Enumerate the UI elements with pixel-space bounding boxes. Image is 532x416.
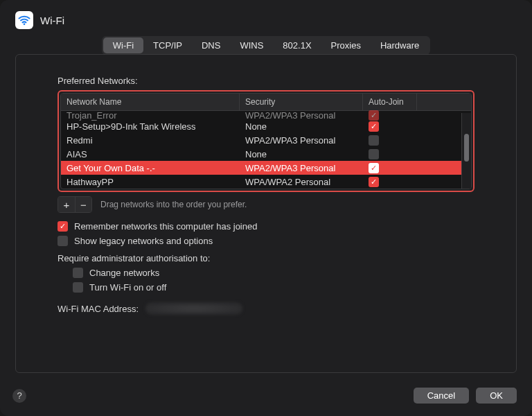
cell-auto-join: ✓ [363,110,417,121]
cell-auto-join [363,149,417,159]
table-body: Trojan_ErrorWPA2/WPA3 Personal✓HP-Setup>… [61,111,471,189]
ok-button[interactable]: OK [476,388,517,404]
col-network-name[interactable]: Network Name [61,94,240,110]
preferred-networks-table[interactable]: Network Name Security Auto-Join Trojan_E… [60,93,472,189]
wifi-advanced-window: Wi-Fi Wi-Fi TCP/IP DNS WINS 802.1X Proxi… [0,0,532,416]
reorder-hint: Drag networks into the order you prefer. [100,200,247,209]
remove-network-button[interactable]: − [75,197,91,212]
scrollbar[interactable] [461,113,471,189]
remember-row: ✓ Remember networks this computer has jo… [57,221,475,232]
auto-join-checkbox[interactable] [369,135,379,146]
tab-proxies[interactable]: Proxies [321,37,371,53]
preferred-networks-label: Preferred Networks: [57,76,475,86]
table-row[interactable]: HP-Setup>9D-Ink Tank WirelessNone✓ [61,119,471,133]
col-security[interactable]: Security [240,94,363,110]
panel: Preferred Networks: Network Name Securit… [15,54,517,373]
wifi-toggle-label: Turn Wi-Fi on or off [89,282,166,293]
table-row[interactable]: Get Your Own Data -.-WPA2/WPA3 Personal✓ [61,161,471,175]
auto-join-checkbox[interactable]: ✓ [369,121,379,132]
cancel-button[interactable]: Cancel [414,388,469,404]
mac-address-value-redacted [145,302,242,315]
remember-label: Remember networks this computer has join… [74,221,257,232]
scroll-thumb[interactable] [464,134,469,162]
window-title: Wi-Fi [40,15,64,26]
cell-auto-join: ✓ [363,177,417,187]
require-admin-label: Require administrator authorisation to: [57,253,210,263]
cell-security: None [240,149,363,159]
tabs-row: Wi-Fi TCP/IP DNS WINS 802.1X Proxies Har… [0,33,532,55]
cell-network-name: Get Your Own Data -.- [61,163,240,173]
tab-wins[interactable]: WINS [230,37,273,53]
cell-security: None [240,121,363,132]
table-row[interactable]: Trojan_ErrorWPA2/WPA3 Personal✓ [61,111,471,119]
change-row: Change networks [73,268,475,278]
cell-network-name: Redmi [61,135,240,146]
add-remove-buttons: + − [57,196,92,213]
cell-security: WPA2/WPA3 Personal [240,110,363,121]
auto-join-checkbox[interactable]: ✓ [369,163,379,173]
cell-network-name: HP-Setup>9D-Ink Tank Wireless [61,121,240,132]
cell-network-name: HathwayPP [61,177,240,187]
table-highlight: Network Name Security Auto-Join Trojan_E… [57,90,475,192]
table-row[interactable]: AIASNone [61,147,471,161]
legacy-label: Show legacy networks and options [74,236,213,246]
cell-security: WPA2/WPA3 Personal [240,163,363,173]
col-auto-join[interactable]: Auto-Join [363,94,417,110]
remember-checkbox[interactable]: ✓ [57,221,68,232]
auto-join-checkbox[interactable]: ✓ [369,110,379,121]
auto-join-checkbox[interactable]: ✓ [369,177,379,187]
tabbar: Wi-Fi TCP/IP DNS WINS 802.1X Proxies Har… [102,36,431,55]
footer: ? Cancel OK [0,378,532,416]
tab-dns[interactable]: DNS [192,37,230,53]
cell-security: WPA2/WPA3 Personal [240,135,363,146]
mac-address-label: Wi-Fi MAC Address: [57,304,139,314]
wifi-toggle-checkbox[interactable] [73,282,83,293]
cell-security: WPA/WPA2 Personal [240,177,363,187]
table-row[interactable]: RedmiWPA2/WPA3 Personal [61,133,471,147]
svg-point-0 [24,24,26,26]
require-label-row: Require administrator authorisation to: [57,253,475,263]
titlebar: Wi-Fi [0,0,532,33]
help-button[interactable]: ? [12,389,26,403]
cell-auto-join [363,135,417,146]
legacy-checkbox[interactable] [57,236,68,246]
mac-row: Wi-Fi MAC Address: [57,302,475,315]
tab-tcpip[interactable]: TCP/IP [143,37,192,53]
legacy-row: Show legacy networks and options [57,236,475,246]
auto-join-checkbox[interactable] [369,149,379,159]
cell-auto-join: ✓ [363,121,417,132]
toggle-row: Turn Wi-Fi on or off [73,282,475,293]
table-row[interactable]: HathwayPPWPA/WPA2 Personal✓ [61,175,471,189]
tab-hardware[interactable]: Hardware [371,37,429,53]
wifi-icon [15,11,33,29]
cell-network-name: AIAS [61,149,240,159]
cell-auto-join: ✓ [363,163,417,173]
tab-8021x[interactable]: 802.1X [273,37,321,53]
add-network-button[interactable]: + [58,197,75,212]
cell-network-name: Trojan_Error [61,110,240,121]
table-header: Network Name Security Auto-Join [61,94,471,111]
change-networks-checkbox[interactable] [73,268,83,278]
tab-wifi[interactable]: Wi-Fi [103,37,143,53]
change-networks-label: Change networks [89,268,159,278]
